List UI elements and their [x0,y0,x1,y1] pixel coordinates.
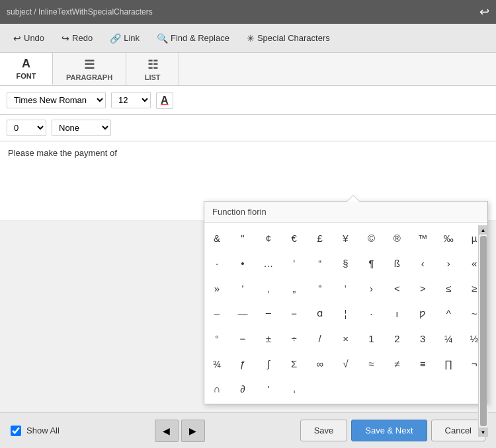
char-cell[interactable]: • [230,250,255,276]
special-chars-popup: Function florin &"¢€£¥©®™‰µ·•…'“§¶ß‹›«»'… [204,201,488,404]
main-content: Please make the payment of Function flor… [0,141,496,221]
char-cell[interactable]: – [204,301,229,326]
tab-paragraph[interactable]: ☰ PARAGRAPH [53,53,126,85]
popup-scrollbar[interactable]: ▲ ▼ [478,225,487,437]
char-cell[interactable]: & [204,225,229,250]
char-cell[interactable]: Σ [282,351,307,376]
special-chars-button[interactable]: ✳ Special Characters [240,29,337,48]
char-cell[interactable]: ‹ [410,250,435,276]
char-cell[interactable]: ® [384,225,409,250]
char-cell[interactable]: ∂ [230,376,255,401]
char-cell[interactable]: › [436,250,461,276]
font-color-button[interactable]: A [156,92,173,109]
char-cell[interactable]: ‚ [256,276,281,301]
line-spacing-select[interactable]: None Single 1.5 Double [52,120,111,136]
redo-button[interactable]: ↪ Redo [55,29,99,48]
editor-content: Please make the payment of [8,148,117,158]
indent-select[interactable]: 0 1 2 [7,120,46,136]
char-cell[interactable]: √ [333,351,358,376]
char-cell[interactable]: ‰ [436,225,461,250]
char-cell[interactable]: ± [256,326,281,351]
char-cell[interactable]: ÷ [282,326,307,351]
scroll-up-button[interactable]: ▲ [479,225,488,235]
char-cell[interactable]: / [308,326,333,351]
char-cell[interactable]: · [204,250,229,276]
char-cell[interactable]: ¥ [333,225,358,250]
save-next-button[interactable]: Save & Next [351,420,427,441]
list-tab-icon: ☷ [147,57,158,72]
char-cell[interactable]: ∏ [436,351,461,376]
char-cell[interactable]: ∞ [308,351,333,376]
popup-scroll-area[interactable]: &"¢€£¥©®™‰µ·•…'“§¶ß‹›«»'‚„”‛›<>≤≥–—‒−ɑ¦·… [204,223,487,404]
char-cell[interactable]: ß [384,250,409,276]
char-cell[interactable]: ¢ [256,225,281,250]
char-cell[interactable]: ™ [410,225,435,250]
char-cell[interactable]: · [358,301,384,326]
back-arrow-icon[interactable]: ↩ [479,5,489,19]
char-cell[interactable]: © [358,225,384,250]
char-cell[interactable]: — [230,301,255,326]
char-cell[interactable]: ' [282,250,307,276]
find-replace-button[interactable]: 🔍 Find & Replace [150,29,236,48]
font-size-select[interactable]: 12 10 14 16 18 [111,92,151,108]
show-all-checkbox[interactable] [11,426,21,436]
char-cell[interactable]: ∩ [204,376,229,401]
char-cell[interactable]: £ [308,225,333,250]
paragraph-tab-label: PARAGRAPH [66,73,112,81]
char-cell[interactable]: 2 [384,326,409,351]
char-cell[interactable]: ‛ [333,276,358,301]
char-cell[interactable]: 3 [410,326,435,351]
list-tab-label: LIST [145,73,161,81]
char-cell[interactable]: < [384,276,409,301]
char-cell[interactable]: ɑ [308,301,333,326]
char-cell[interactable]: ¼ [436,326,461,351]
char-cell[interactable]: − [282,301,307,326]
char-cell[interactable]: ˌ [282,376,307,401]
link-icon: 🔗 [110,33,121,44]
scroll-thumb[interactable] [480,236,487,426]
char-cell[interactable]: ≤ [436,276,461,301]
char-cell[interactable]: ≈ [358,351,384,376]
font-family-select[interactable]: Times New Roman Arial Helvetica [7,92,106,108]
char-cell[interactable]: “ [308,250,333,276]
char-cell[interactable]: ∫ [256,351,281,376]
char-cell[interactable]: ≡ [410,351,435,376]
char-cell[interactable]: ı [384,301,409,326]
char-cell[interactable]: ^ [436,301,461,326]
cancel-button[interactable]: Cancel [431,420,485,441]
char-cell[interactable]: … [256,250,281,276]
char-cell[interactable]: ¶ [358,250,384,276]
char-cell[interactable]: > [410,276,435,301]
link-button[interactable]: 🔗 Link [103,29,146,48]
toolbar: ↩ Undo ↪ Redo 🔗 Link 🔍 Find & Replace ✳ … [0,24,496,53]
char-cell[interactable]: € [282,225,307,250]
scroll-down-button[interactable]: ▼ [479,428,488,437]
next-button[interactable]: ▶ [181,420,205,442]
tab-font[interactable]: A FONT [0,53,53,85]
char-cell[interactable]: ¾ [204,351,229,376]
char-cell[interactable]: " [230,225,255,250]
char-cell[interactable]: ƒ [230,351,255,376]
save-button[interactable]: Save [300,420,348,441]
char-cell[interactable]: ƿ [410,301,435,326]
char-cell[interactable]: ≠ [384,351,409,376]
undo-button[interactable]: ↩ Undo [7,29,51,48]
char-cell[interactable]: − [230,326,255,351]
char-cell[interactable]: ” [308,276,333,301]
asterisk-icon: ✳ [247,33,255,44]
char-cell[interactable]: ' [230,276,255,301]
char-cell[interactable]: » [204,276,229,301]
redo-label: Redo [72,33,93,43]
char-cell[interactable]: § [333,250,358,276]
tab-list[interactable]: ☷ LIST [126,53,179,85]
char-cell[interactable]: ‒ [256,301,281,326]
bottom-bar: Show All ◀ ▶ Save Save & Next Cancel [0,412,496,448]
prev-button[interactable]: ◀ [155,420,179,442]
char-cell[interactable]: ' [256,376,281,401]
char-cell[interactable]: × [333,326,358,351]
char-cell[interactable]: ° [204,326,229,351]
char-cell[interactable]: „ [282,276,307,301]
char-cell[interactable]: ¦ [333,301,358,326]
char-cell[interactable]: 1 [358,326,384,351]
char-cell[interactable]: › [358,276,384,301]
